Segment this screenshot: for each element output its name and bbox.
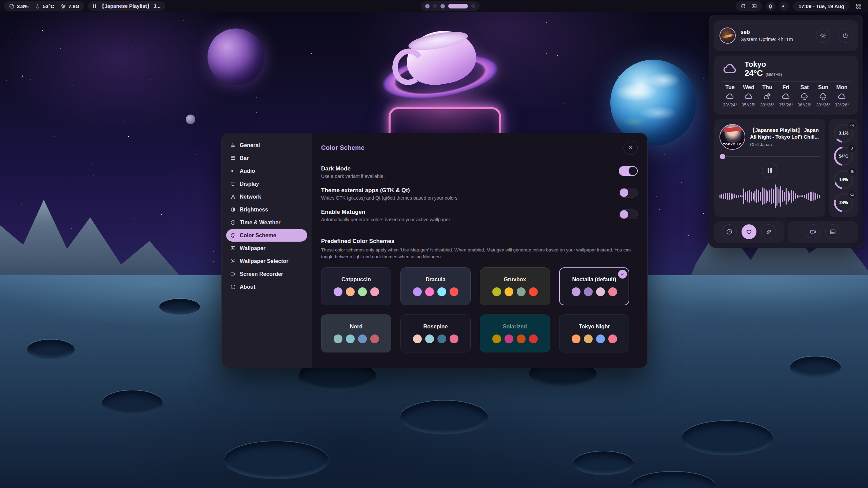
speedometer-icon xyxy=(9,3,15,9)
viz-bar xyxy=(725,193,726,199)
setting-label: Theme external apps (GTK & Qt) xyxy=(321,187,459,194)
scheme-card-gruvbox[interactable]: Gruvbox xyxy=(480,267,550,305)
scheme-card-catppuccin[interactable]: Catppuccin xyxy=(321,267,391,305)
viz-bar xyxy=(740,195,741,197)
viz-bar xyxy=(766,189,767,203)
viz-bar xyxy=(732,194,733,199)
scheme-card-tokyo-night[interactable]: Tokyo Night xyxy=(559,314,629,352)
clock-pill[interactable]: 17:09 - Tue, 19 Aug xyxy=(793,1,850,11)
scheme-color-dot xyxy=(529,334,538,343)
scheme-dots xyxy=(492,334,538,343)
sidebar-item-wallpaper[interactable]: Wallpaper xyxy=(226,242,307,255)
viz-bar xyxy=(754,191,755,202)
scheme-color-dot xyxy=(596,334,605,343)
close-icon: ✕ xyxy=(628,144,633,151)
power-profiles-card xyxy=(714,221,784,243)
workspace-dot-3[interactable] xyxy=(440,4,445,8)
scheme-color-dot xyxy=(346,334,355,343)
viz-bar xyxy=(749,190,750,203)
sidebar-item-bar[interactable]: Bar xyxy=(226,152,307,164)
crater xyxy=(682,421,773,455)
sidebar-item-network[interactable]: Network xyxy=(226,190,307,203)
media-player-card: TOKYO LO 【Japanese Playlist】 Japan All N… xyxy=(714,119,825,217)
image-frame-icon xyxy=(230,258,236,264)
scheme-card-solarized[interactable]: Solarized xyxy=(480,314,550,352)
weather-cloud-icon xyxy=(726,92,734,101)
sidebar-item-time-weather[interactable]: Time & Weather xyxy=(226,216,307,229)
tray-image-icon[interactable] xyxy=(751,3,757,9)
user-card: seb System Uptime: 4h11m xyxy=(714,20,858,51)
profile-speedometer-button[interactable] xyxy=(722,224,737,239)
volume-button[interactable] xyxy=(780,1,789,11)
gauge-icon-badge xyxy=(848,145,856,152)
sidebar-item-display[interactable]: Display xyxy=(226,178,307,190)
seek-slider[interactable] xyxy=(719,154,820,159)
tray-cat-icon[interactable] xyxy=(740,3,746,9)
forecast-day-name: Tue xyxy=(725,84,734,90)
gauge-icon-badge xyxy=(848,168,856,176)
workspace-dot-1[interactable] xyxy=(425,4,430,8)
utility-video-button[interactable] xyxy=(806,224,821,239)
sidebar-item-label: Display xyxy=(240,181,259,187)
power-button[interactable] xyxy=(838,28,852,43)
overview-button[interactable] xyxy=(854,1,864,11)
sidebar-item-screen-recorder[interactable]: Screen Recorder xyxy=(226,268,307,280)
viz-bar xyxy=(760,192,761,201)
sidebar-item-label: Network xyxy=(240,194,261,200)
scheme-color-dot xyxy=(358,287,367,296)
toggle-switch[interactable] xyxy=(619,166,638,176)
sidebar-item-wallpaper-selector[interactable]: Wallpaper Selector xyxy=(226,255,307,267)
sidebar-item-label: Wallpaper Selector xyxy=(240,258,288,264)
scheme-card-nord[interactable]: Nord xyxy=(321,314,391,352)
notifications-button[interactable] xyxy=(766,1,775,11)
memory-icon xyxy=(850,192,854,197)
scheme-name: Tokyo Night xyxy=(579,324,610,330)
utility-image-button[interactable] xyxy=(825,224,840,239)
scheme-dots xyxy=(334,334,379,343)
top-bar: 3.8% 53°C 7.8G 【Japanese Playlist】 J... xyxy=(0,0,868,12)
weather-header: Tokyo 24°C (GMT+9) xyxy=(721,60,851,78)
media-pill[interactable]: 【Japanese Playlist】 J... xyxy=(88,1,165,11)
scheme-card-dracula[interactable]: Dracula xyxy=(400,267,471,305)
scheme-color-dot xyxy=(608,334,617,343)
workspace-dot-5[interactable] xyxy=(471,4,475,8)
scheme-name: Rosepine xyxy=(423,324,448,330)
toggle-switch[interactable] xyxy=(619,209,638,219)
sidebar-item-color-scheme[interactable]: Color Scheme xyxy=(226,229,307,242)
scheme-card-rosepine[interactable]: Rosepine xyxy=(400,314,471,352)
workspace-dot-2[interactable] xyxy=(433,4,437,8)
scheme-dots xyxy=(572,287,617,296)
avatar xyxy=(719,27,736,44)
setting-desc: Automatically generate colors based on y… xyxy=(321,217,451,222)
scheme-dots xyxy=(492,287,538,296)
toggle-knob xyxy=(620,188,628,197)
system-uptime: System Uptime: 4h11m xyxy=(741,36,811,42)
scheme-name: Gruvbox xyxy=(504,277,526,283)
schemes-section-title: Predefined Color Schemes xyxy=(321,238,638,245)
seek-knob[interactable] xyxy=(720,154,725,159)
sidebar-item-about[interactable]: About xyxy=(226,281,307,293)
workspace-dot-4[interactable] xyxy=(448,4,468,8)
sidebar-item-audio[interactable]: Audio xyxy=(226,165,307,177)
viz-bar xyxy=(747,191,748,202)
viz-bar xyxy=(788,191,789,202)
setting-meta: Dark ModeUse a dark variant if available… xyxy=(321,165,385,179)
profile-scales-button[interactable] xyxy=(742,224,756,239)
sidebar-item-general[interactable]: General xyxy=(226,139,307,151)
settings-button[interactable] xyxy=(816,28,830,43)
sidebar-item-brightness[interactable]: Brightness xyxy=(226,203,307,216)
system-stats-pill[interactable]: 3.8% 53°C 7.8G xyxy=(4,1,84,11)
workspace-indicator[interactable] xyxy=(421,1,480,11)
scheme-card-noctalia-default-[interactable]: Noctalia (default)✓ xyxy=(559,267,629,305)
setting-desc: Use a dark variant if available. xyxy=(321,174,385,179)
system-tray[interactable] xyxy=(735,1,762,11)
forecast-day-name: Mon xyxy=(836,84,848,90)
scheme-color-dot xyxy=(492,334,501,343)
scheme-color-dot xyxy=(584,287,593,296)
media-pill-label: 【Japanese Playlist】 J... xyxy=(99,3,160,9)
toggle-switch[interactable] xyxy=(619,188,638,198)
gear-icon xyxy=(820,32,826,39)
profile-leaf-button[interactable] xyxy=(761,224,776,239)
play-pause-button[interactable] xyxy=(762,163,777,178)
close-button[interactable]: ✕ xyxy=(624,141,638,155)
